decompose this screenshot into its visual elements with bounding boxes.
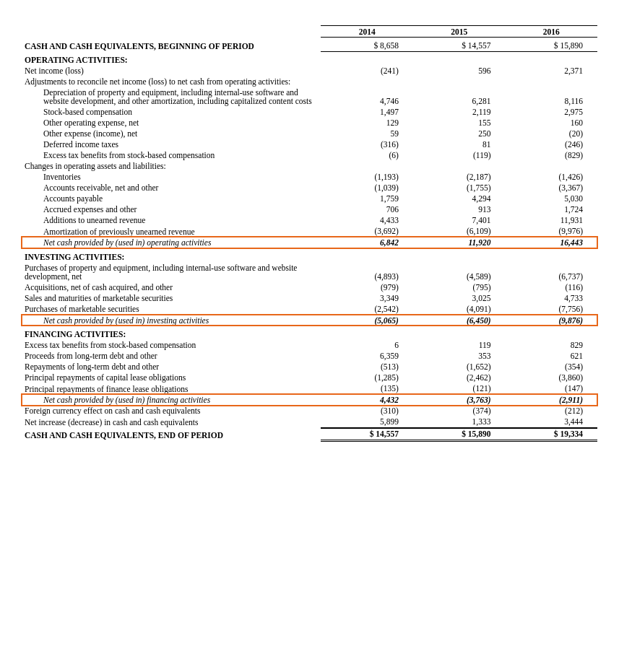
row-value-0: 3,349 — [321, 292, 413, 303]
row-value-2 — [505, 248, 597, 263]
year-2015-header: 2015 — [413, 26, 506, 38]
row-label: Accounts receivable, net and other — [22, 183, 321, 193]
row-value-1: $ 15,890 — [413, 428, 506, 441]
row-value-0: (2,542) — [321, 303, 413, 315]
row-value-2: (9,876) — [505, 315, 597, 326]
row-value-2: 1,724 — [505, 204, 597, 215]
row-label: Principal repayments of finance lease ob… — [22, 383, 321, 395]
row-value-1 — [413, 248, 506, 263]
row-label: Net increase (decrease) in cash and cash… — [22, 416, 321, 428]
table-row: CASH AND CASH EQUIVALENTS, BEGINNING OF … — [22, 38, 597, 52]
row-value-0: 6,842 — [321, 237, 413, 248]
row-value-2: (6,737) — [505, 262, 597, 282]
table-row: Net cash provided by (used in) operating… — [22, 237, 597, 248]
cash-flow-table: 2014 2015 2016 CASH AND CASH EQUIVALENTS… — [22, 23, 597, 442]
row-value-1: 596 — [413, 66, 506, 77]
table-row: Stock-based compensation1,4972,1192,975 — [22, 107, 597, 118]
row-value-1: (6,109) — [413, 226, 506, 237]
row-value-0: 1,497 — [321, 107, 413, 118]
table-row: Net cash provided by (used in) financing… — [22, 394, 597, 406]
table-row: CASH AND CASH EQUIVALENTS, END OF PERIOD… — [22, 428, 597, 441]
table-row: Principal repayments of finance lease ob… — [22, 383, 597, 395]
row-value-2: 829 — [505, 340, 597, 351]
row-value-1: (795) — [413, 282, 506, 292]
row-value-1: $ 14,557 — [413, 38, 506, 52]
row-value-0 — [321, 248, 413, 263]
row-value-1: 250 — [413, 128, 506, 139]
table-row: Other operating expense, net129155160 — [22, 118, 597, 128]
table-row: Net increase (decrease) in cash and cash… — [22, 416, 597, 428]
row-label: CASH AND CASH EQUIVALENTS, BEGINNING OF … — [22, 38, 321, 52]
row-value-2 — [505, 77, 597, 87]
row-label: Sales and maturities of marketable secur… — [22, 292, 321, 303]
row-value-0: 4,433 — [321, 215, 413, 226]
row-label: Acquisitions, net of cash acquired, and … — [22, 282, 321, 292]
row-value-0: (316) — [321, 139, 413, 150]
row-value-2: (3,367) — [505, 183, 597, 193]
row-label: Foreign currency effect on cash and cash… — [22, 406, 321, 416]
row-value-1 — [413, 77, 506, 87]
row-value-2: (9,976) — [505, 226, 597, 237]
row-label: FINANCING ACTIVITIES: — [22, 326, 321, 340]
row-value-1: (374) — [413, 406, 506, 416]
table-row: Accounts payable1,7594,2945,030 — [22, 193, 597, 204]
row-value-1: 1,333 — [413, 416, 506, 428]
row-label: Purchases of property and equipment, inc… — [22, 262, 321, 282]
row-label: Stock-based compensation — [22, 107, 321, 118]
row-value-2: (116) — [505, 282, 597, 292]
table-row: Net income (loss)(241)5962,371 — [22, 66, 597, 77]
table-row: Purchases of marketable securities(2,542… — [22, 303, 597, 315]
row-value-0: $ 14,557 — [321, 428, 413, 441]
table-row: Additions to unearned revenue4,4337,4011… — [22, 215, 597, 226]
row-value-0 — [321, 326, 413, 340]
row-label: Depreciation of property and equipment, … — [22, 87, 321, 107]
row-value-2: 16,443 — [505, 237, 597, 248]
table-row: INVESTING ACTIVITIES: — [22, 248, 597, 263]
row-value-2: (1,426) — [505, 172, 597, 183]
row-value-1: 7,401 — [413, 215, 506, 226]
row-value-0: (310) — [321, 406, 413, 416]
row-value-0: 4,432 — [321, 394, 413, 406]
row-value-1: (121) — [413, 383, 506, 395]
row-value-0: (135) — [321, 383, 413, 395]
table-row: Acquisitions, net of cash acquired, and … — [22, 282, 597, 292]
row-value-0: 706 — [321, 204, 413, 215]
row-value-1: 4,294 — [413, 193, 506, 204]
table-row: Accrued expenses and other7069131,724 — [22, 204, 597, 215]
table-row: Changes in operating assets and liabilit… — [22, 161, 597, 172]
row-label: Proceeds from long-term debt and other — [22, 351, 321, 362]
row-label: Changes in operating assets and liabilit… — [22, 161, 321, 172]
row-value-0: (3,692) — [321, 226, 413, 237]
row-value-2: (147) — [505, 383, 597, 395]
row-value-1 — [413, 326, 506, 340]
table-row: Repayments of long-term debt and other(5… — [22, 362, 597, 372]
row-label: INVESTING ACTIVITIES: — [22, 248, 321, 263]
row-value-1: (6,450) — [413, 315, 506, 326]
row-value-0: 4,746 — [321, 87, 413, 107]
year-2016-header: 2016 — [505, 26, 597, 38]
row-value-1: 11,920 — [413, 237, 506, 248]
row-value-0: 1,759 — [321, 193, 413, 204]
row-value-1: 81 — [413, 139, 506, 150]
row-value-2 — [505, 51, 597, 66]
table-row: Principal repayments of capital lease ob… — [22, 372, 597, 383]
row-value-0: (513) — [321, 362, 413, 372]
row-value-2: 2,371 — [505, 66, 597, 77]
row-value-1: 119 — [413, 340, 506, 351]
row-value-0: (5,065) — [321, 315, 413, 326]
row-label: Net cash provided by (used in) investing… — [22, 315, 321, 326]
row-label: Additions to unearned revenue — [22, 215, 321, 226]
year-2014-header: 2014 — [321, 26, 413, 38]
table-row: Amortization of previously unearned reve… — [22, 226, 597, 237]
row-value-2 — [505, 161, 597, 172]
row-label: Other expense (income), net — [22, 128, 321, 139]
table-row: Excess tax benefits from stock-based com… — [22, 340, 597, 351]
row-label: Net cash provided by (used in) operating… — [22, 237, 321, 248]
row-value-2: (2,911) — [505, 394, 597, 406]
row-value-1: 353 — [413, 351, 506, 362]
row-value-2: (354) — [505, 362, 597, 372]
row-value-1: 6,281 — [413, 87, 506, 107]
row-value-1: (119) — [413, 150, 506, 161]
table-row: Depreciation of property and equipment, … — [22, 87, 597, 107]
table-row: Foreign currency effect on cash and cash… — [22, 406, 597, 416]
